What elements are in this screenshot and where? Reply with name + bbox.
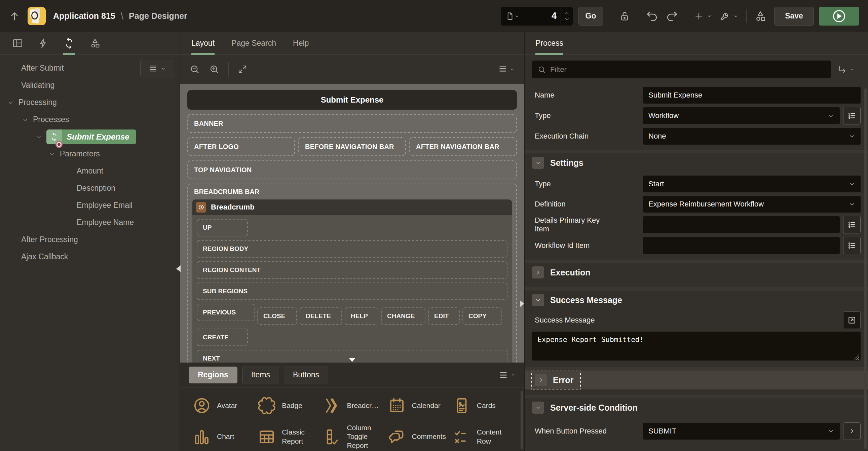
chevron-right-icon[interactable]	[535, 374, 547, 386]
gallery-tab-items[interactable]: Items	[242, 367, 279, 383]
tree-node-processing[interactable]: Processing	[0, 94, 180, 111]
name-input[interactable]	[648, 91, 855, 99]
splitter-down-arrow-icon[interactable]	[349, 358, 355, 362]
slot-sub-regions[interactable]: SUB REGIONS	[197, 282, 507, 300]
slot-change[interactable]: CHANGE	[381, 307, 426, 325]
type-select[interactable]: Workflow	[643, 107, 840, 124]
gallery-item-column-toggle-report[interactable]: Column Toggle Report	[322, 422, 388, 451]
gallery-menu-button[interactable]	[499, 371, 516, 379]
page-number-stepper[interactable]	[561, 7, 573, 26]
workflow-id-item-input[interactable]	[648, 241, 834, 250]
up-arrow-icon[interactable]	[9, 10, 20, 22]
tree-node-amount[interactable]: Amount	[0, 162, 180, 180]
slot-top-navigation[interactable]: TOP NAVIGATION	[187, 160, 517, 179]
slot-edit[interactable]: EDIT	[428, 307, 460, 325]
tree-node-validating[interactable]: Validating	[0, 77, 180, 94]
unlock-icon[interactable]	[619, 10, 630, 22]
application-title[interactable]: Application 815	[53, 11, 115, 21]
go-to-group-button[interactable]	[831, 65, 861, 74]
tab-page-shared-components-icon[interactable]	[89, 32, 100, 55]
execution-chain-select[interactable]: None	[643, 128, 861, 145]
slot-region-body[interactable]: REGION BODY	[197, 240, 507, 258]
gallery-tab-buttons[interactable]: Buttons	[284, 367, 328, 383]
tab-dynamic-actions-icon[interactable]	[38, 32, 49, 55]
run-button[interactable]	[819, 7, 859, 26]
page-selector[interactable]: 4	[501, 7, 573, 26]
canvas-page-title[interactable]: Submit Expense	[187, 90, 517, 110]
tree-node-employee-email[interactable]: Employee Email	[0, 197, 180, 214]
gallery-scrollbar[interactable]	[521, 391, 523, 449]
slot-up[interactable]: UP	[197, 219, 248, 236]
slot-after-navigation-bar[interactable]: AFTER NAVIGATION BAR	[409, 137, 517, 156]
gallery-tab-regions[interactable]: Regions	[189, 367, 238, 383]
chevron-right-icon[interactable]	[532, 266, 544, 278]
right-splitter-collapse-handle[interactable]	[520, 300, 524, 307]
success-message-textarea[interactable]: Expense Report Submitted!	[532, 332, 861, 361]
tree-node-submit-expense[interactable]: Submit Expense	[0, 128, 180, 145]
undo-icon[interactable]	[646, 10, 658, 22]
workflow-id-item-field[interactable]	[643, 237, 840, 254]
create-menu-button[interactable]	[694, 11, 712, 21]
tab-help[interactable]: Help	[293, 32, 309, 55]
details-primary-key-item-picker-button[interactable]	[843, 216, 861, 233]
utilities-menu-button[interactable]	[720, 11, 739, 22]
tab-page-search[interactable]: Page Search	[231, 32, 276, 55]
gallery-item-chart[interactable]: Chart	[193, 422, 258, 451]
gallery-item-content-row[interactable]: Content Row	[453, 422, 518, 451]
group-header-success-message[interactable]: Success Message	[532, 291, 861, 309]
slot-help[interactable]: HELP	[345, 307, 378, 325]
filter-input[interactable]	[550, 65, 826, 74]
when-button-pressed-select[interactable]: SUBMIT	[643, 423, 840, 440]
slot-before-navigation-bar[interactable]: BEFORE NAVIGATION BAR	[298, 137, 406, 156]
tree-node-after-processing[interactable]: After Processing	[0, 231, 180, 248]
tree-node-ajax-callback[interactable]: Ajax Callback	[0, 248, 180, 265]
gallery-item-comments[interactable]: Comments	[388, 422, 453, 451]
tab-process[interactable]: Process	[535, 32, 563, 55]
definition-select[interactable]: Expense Reimbursement Workflow	[643, 196, 861, 213]
shared-components-icon[interactable]	[754, 10, 767, 22]
chevron-down-icon[interactable]	[35, 133, 42, 141]
layout-menu-button[interactable]	[498, 65, 515, 74]
slot-region-content[interactable]: REGION CONTENT	[197, 261, 507, 279]
gallery-item-avatar[interactable]: Avatar	[193, 395, 258, 416]
slot-close[interactable]: CLOSE	[257, 307, 297, 325]
slot-after-logo[interactable]: AFTER LOGO	[187, 137, 295, 156]
tree-menu-button[interactable]	[140, 60, 174, 77]
selected-tree-node[interactable]: Submit Expense	[46, 129, 136, 144]
slot-delete[interactable]: DELETE	[300, 307, 342, 325]
page-number-input[interactable]: 4	[520, 11, 561, 21]
filter-field[interactable]	[532, 61, 831, 78]
tree-node-employee-name[interactable]: Employee Name	[0, 214, 180, 231]
left-splitter-collapse-handle[interactable]	[176, 265, 181, 272]
chevron-down-icon[interactable]	[532, 157, 544, 169]
right-panel-scrollbar[interactable]	[864, 88, 867, 449]
tree-node-description[interactable]: Description	[0, 180, 180, 197]
type-quickpick-button[interactable]	[843, 107, 861, 124]
settings-type-select[interactable]: Start	[643, 176, 861, 192]
slot-banner[interactable]: BANNER	[187, 114, 517, 133]
chevron-down-icon[interactable]	[22, 116, 29, 123]
breadcrumb-region[interactable]: Breadcrumb UP REGION BODY REGION CONTENT…	[192, 199, 512, 363]
tree-node-processes[interactable]: Processes	[0, 111, 180, 128]
go-to-button[interactable]	[843, 422, 861, 440]
tree-node-parameters[interactable]: Parameters	[0, 145, 180, 162]
slot-breadcrumb-bar[interactable]: BREADCRUMB BAR Breadcrumb UP REGION BODY…	[187, 184, 517, 363]
redo-icon[interactable]	[666, 10, 678, 22]
group-header-settings[interactable]: Settings	[532, 153, 861, 172]
gallery-item-cards[interactable]: Cards	[453, 395, 518, 416]
zoom-out-icon[interactable]	[189, 64, 200, 75]
open-code-editor-button[interactable]	[843, 311, 861, 329]
gallery-item-calendar[interactable]: Calendar	[388, 395, 453, 416]
breadcrumb-region-header[interactable]: Breadcrumb	[192, 200, 512, 215]
tab-rendering-icon[interactable]	[12, 32, 23, 55]
zoom-in-icon[interactable]	[209, 64, 220, 75]
expand-icon[interactable]	[238, 64, 248, 74]
details-primary-key-item-input[interactable]	[648, 220, 834, 229]
save-button[interactable]: Save	[774, 7, 814, 26]
chevron-down-icon[interactable]	[7, 99, 14, 106]
workflow-id-item-picker-button[interactable]	[843, 237, 861, 254]
group-header-execution[interactable]: Execution	[532, 263, 861, 282]
tab-layout[interactable]: Layout	[191, 32, 215, 55]
slot-create[interactable]: CREATE	[197, 329, 248, 346]
resize-handle[interactable]	[854, 355, 859, 360]
